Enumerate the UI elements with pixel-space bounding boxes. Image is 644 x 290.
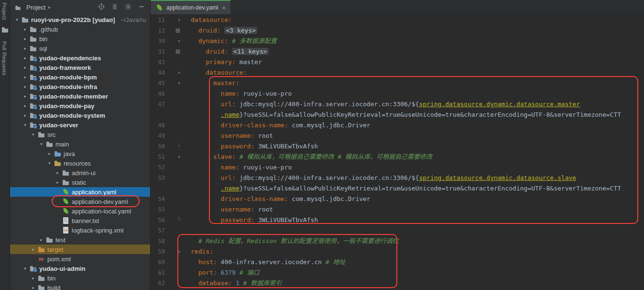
tree-item-pom-xml[interactable]: pom.xml <box>10 254 150 264</box>
tree-item-resources[interactable]: ▾resources <box>10 158 150 168</box>
fold-marker-icon[interactable]: ▾ <box>165 78 185 89</box>
chevron-right-icon[interactable]: ▸ <box>21 113 29 118</box>
chevron-right-icon[interactable]: ▸ <box>29 247 37 252</box>
chevron-down-icon[interactable]: ▾ <box>37 142 45 146</box>
code-line-51[interactable]: 51▾slave: # 模拟从库，可根据自己需要修改 # 模拟从库，可根据自己需… <box>151 152 644 162</box>
tree-item-application-yaml[interactable]: application.yaml <box>10 187 150 197</box>
code-line-43[interactable]: 43primary: master <box>151 57 644 67</box>
code-line-62[interactable]: 62database: 1 # 数据库索引 <box>151 278 644 289</box>
chevron-right-icon[interactable]: ▸ <box>21 75 29 79</box>
code-line-46[interactable]: 46name: ruoyi-vue-pro <box>151 89 644 99</box>
tree-item-label: application.yaml <box>72 189 118 196</box>
tree-item-java[interactable]: ▸java <box>10 149 150 158</box>
tree-item-yudao-module-bpm[interactable]: ▸yudao-module-bpm <box>10 72 150 82</box>
chevron-right-icon[interactable]: ▸ <box>21 65 29 70</box>
chevron-right-icon[interactable]: ▸ <box>21 56 29 60</box>
settings-gear-button[interactable] <box>124 3 132 12</box>
fold-marker-icon[interactable]: ⊞ <box>165 46 185 57</box>
chevron-right-icon[interactable]: ▸ <box>21 94 29 99</box>
code-line-wrap[interactable]: .name}?useSSL=false&allowPublicKeyRetrie… <box>151 110 644 120</box>
code-line-60[interactable]: 60host: 400-infra.server.iocoder.cn # 地址 <box>151 257 644 268</box>
code-line-52[interactable]: 52name: ruoyi-vue-pro <box>151 162 644 173</box>
tree-item-target[interactable]: ▸target <box>10 245 150 254</box>
chevron-right-icon[interactable]: ▸ <box>21 46 29 51</box>
code-line-45[interactable]: 45▾master: <box>151 78 644 89</box>
fold-marker-icon[interactable]: ▾ <box>165 246 185 257</box>
code-line-57[interactable]: 57 <box>151 225 644 236</box>
chevron-down-icon[interactable]: ▾ <box>21 123 29 127</box>
tree-item-yudao-module-member[interactable]: ▸yudao-module-member <box>10 91 150 101</box>
close-icon[interactable]: × <box>222 4 226 11</box>
chevron-right-icon[interactable]: ▸ <box>54 180 62 185</box>
fold-marker-icon[interactable]: ▾ <box>165 36 185 46</box>
chevron-right-icon[interactable]: ▸ <box>21 27 29 32</box>
tab-application-dev-yaml[interactable]: application-dev.yaml × <box>151 0 230 14</box>
tree-item-static[interactable]: ▸static <box>10 178 150 187</box>
code-line-wrap[interactable]: .name}?useSSL=false&allowPublicKeyRetrie… <box>151 183 644 194</box>
chevron-right-icon[interactable]: ▸ <box>29 276 37 280</box>
code-line-54[interactable]: 54driver-class-name: com.mysql.jdbc.Driv… <box>151 194 644 204</box>
stripe-pull-requests-button[interactable]: Pull Requests <box>1 41 7 76</box>
code-line-47[interactable]: 47url: jdbc:mysql://400-infra.server.ioc… <box>151 99 644 110</box>
chevron-down-icon[interactable]: ▾ <box>21 266 29 271</box>
code-line-50[interactable]: 50└password: 3WLiVUBEwTbvAfsh <box>151 141 644 152</box>
chevron-right-icon[interactable]: ▸ <box>29 285 37 290</box>
code-line-44[interactable]: 44▾datasource: <box>151 67 644 78</box>
chevron-down-icon[interactable]: ▾ <box>45 161 54 166</box>
tree-item-yudao-dependencies[interactable]: ▸yudao-dependencies <box>10 53 150 63</box>
tree-item-ruoyi-vue-pro-2022b-yudao[interactable]: ▾ruoyi-vue-pro-2022b [yudao]~/Java/ru <box>10 15 150 24</box>
tree-item-build[interactable]: ▸build <box>10 283 150 290</box>
fold-marker-icon[interactable]: ▾ <box>165 152 185 162</box>
stripe-project-button[interactable]: Project <box>1 2 7 20</box>
chevron-right-icon[interactable]: ▸ <box>21 36 29 41</box>
code-line-56[interactable]: 56└password: 3WLiVUBEwTbvAfsh <box>151 215 644 225</box>
code-line-55[interactable]: 55username: root <box>151 204 644 215</box>
fold-marker-icon[interactable]: └ <box>165 215 185 225</box>
code-line-48[interactable]: 48driver-class-name: com.mysql.jdbc.Driv… <box>151 120 644 131</box>
chevron-right-icon[interactable]: ▸ <box>21 84 29 89</box>
chevron-right-icon[interactable]: ▸ <box>45 151 54 156</box>
code-line-61[interactable]: 61port: 6379 # 端口 <box>151 268 644 278</box>
code-line-49[interactable]: 49username: root <box>151 131 644 141</box>
code-editor[interactable]: 11▾datasource:12⊞druid: <3 keys>30▾dynam… <box>151 15 644 290</box>
tree-item-yudao-server[interactable]: ▾yudao-server <box>10 120 150 130</box>
tree-item-admin-ui[interactable]: ▸admin-ui <box>10 168 150 178</box>
tree-item-yudao-module-pay[interactable]: ▸yudao-module-pay <box>10 101 150 111</box>
code-line-53[interactable]: 53url: jdbc:mysql://400-infra.server.ioc… <box>151 173 644 183</box>
tree-item-bin[interactable]: ▸bin <box>10 34 150 44</box>
code-line-30[interactable]: 30▾dynamic: # 多数据源配置 <box>151 36 644 46</box>
tree-item-yudao-module-system[interactable]: ▸yudao-module-system <box>10 111 150 120</box>
project-panel-title[interactable]: Project <box>26 4 45 11</box>
locate-file-button[interactable] <box>98 3 105 12</box>
fold-marker-icon[interactable]: ▾ <box>165 15 185 25</box>
tree-item-banner-txt[interactable]: banner.txt <box>10 216 150 225</box>
tree-item-yudao-module-infra[interactable]: ▸yudao-module-infra <box>10 82 150 91</box>
tree-item-logback-spring-xml[interactable]: logback-spring.xml <box>10 225 150 235</box>
chevron-down-icon[interactable]: ▾ <box>48 5 50 10</box>
hide-panel-button[interactable] <box>138 3 145 12</box>
tree-item-application-local-yaml[interactable]: application-local.yaml <box>10 206 150 216</box>
tree-item-main[interactable]: ▾main <box>10 139 150 149</box>
code-line-59[interactable]: 59▾redis: <box>151 246 644 257</box>
fold-marker-icon[interactable]: ▾ <box>165 67 185 78</box>
code-line-58[interactable]: 58# Redis 配置。Redisson 默认的配置足够使用，一般不需要进行调… <box>151 236 644 246</box>
tree-item-test[interactable]: ▸test <box>10 235 150 245</box>
collapse-all-button[interactable] <box>111 3 119 12</box>
tree-item-yudao-framework[interactable]: ▸yudao-framework <box>10 63 150 72</box>
chevron-right-icon[interactable]: ▸ <box>37 237 45 242</box>
tree-item-github[interactable]: ▸.github <box>10 24 150 34</box>
code-line-31[interactable]: 31⊞druid: <11 keys> <box>151 46 644 57</box>
tree-item-bin[interactable]: ▸bin <box>10 273 150 283</box>
fold-marker-icon[interactable]: ⊞ <box>165 25 185 36</box>
chevron-right-icon[interactable]: ▸ <box>54 170 62 175</box>
tree-item-src[interactable]: ▾src <box>10 130 150 139</box>
code-line-12[interactable]: 12⊞druid: <3 keys> <box>151 25 644 36</box>
tree-item-yudao-ui-admin[interactable]: ▾yudao-ui-admin <box>10 264 150 273</box>
chevron-down-icon[interactable]: ▾ <box>29 132 37 137</box>
fold-marker-icon[interactable]: └ <box>165 141 185 152</box>
tree-item-application-dev-yaml[interactable]: application-dev.yaml <box>10 197 150 206</box>
chevron-down-icon[interactable]: ▾ <box>13 17 21 22</box>
chevron-right-icon[interactable]: ▸ <box>21 103 29 108</box>
tree-item-sql[interactable]: ▸sql <box>10 44 150 53</box>
code-line-11[interactable]: 11▾datasource: <box>151 15 644 25</box>
